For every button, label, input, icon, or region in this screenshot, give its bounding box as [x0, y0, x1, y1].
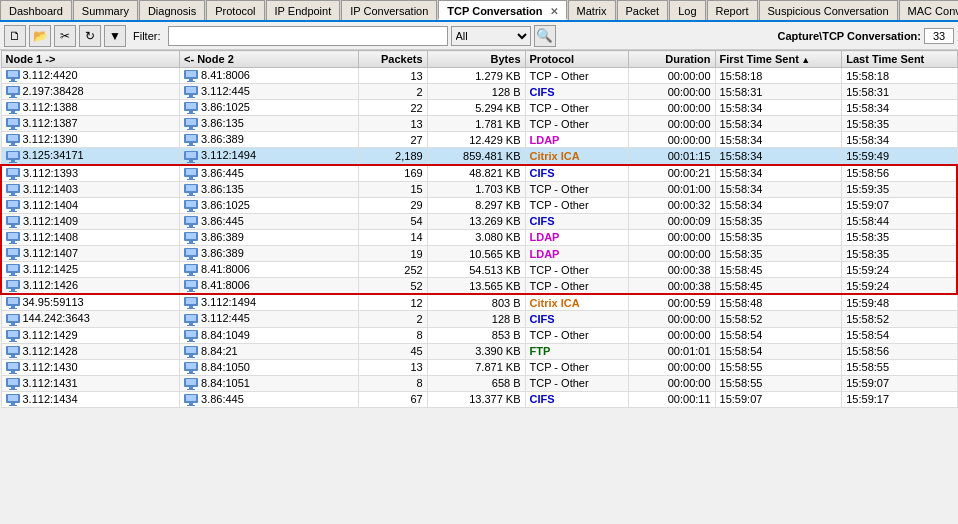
table-row[interactable]: 3.112:1403 3.86:135 15 1.703 KB TCP - Ot…	[1, 181, 957, 197]
packets-cell: 8	[358, 327, 427, 343]
bytes-cell: 3.080 KB	[427, 229, 525, 245]
table-row[interactable]: 3.112:1407 3.86:389 19 10.565 KB LDAP 00…	[1, 246, 957, 262]
tab-matrix[interactable]: Matrix	[568, 0, 616, 20]
tab-packet[interactable]: Packet	[617, 0, 669, 20]
tab-mac-convers[interactable]: MAC Convers	[899, 0, 958, 20]
duration-cell: 00:00:00	[629, 327, 715, 343]
col-header-last-sent[interactable]: Last Time Sent	[842, 51, 957, 68]
svg-rect-114	[11, 306, 15, 308]
packets-cell: 27	[358, 132, 427, 148]
search-button[interactable]: 🔍	[534, 25, 556, 47]
filter-input[interactable]	[168, 26, 448, 46]
node1-cell: 34.95:59113	[1, 294, 180, 311]
bytes-cell: 859.481 KB	[427, 148, 525, 165]
table-row[interactable]: 2.197:38428 3.112:445 2 128 B CIFS 00:00…	[1, 84, 957, 100]
bytes-cell: 128 B	[427, 311, 525, 327]
table-row[interactable]: 3.112:1387 3.86:135 13 1.781 KB TCP - Ot…	[1, 116, 957, 132]
table-row[interactable]: 3.112:1390 3.86:389 27 12.429 KB LDAP 00…	[1, 132, 957, 148]
tab-ip-endpoint[interactable]: IP Endpoint	[266, 0, 341, 20]
svg-rect-27	[9, 129, 17, 130]
bytes-cell: 13.377 KB	[427, 391, 525, 407]
svg-rect-130	[11, 339, 15, 341]
table-row[interactable]: 3.112:1431 8.84:1051 8 658 B TCP - Other…	[1, 375, 957, 391]
table-row[interactable]: 144.242:3643 3.112:445 2 128 B CIFS 00:0…	[1, 311, 957, 327]
table-row[interactable]: 34.95:59113 3.112:1494 12 803 B Citrix I…	[1, 294, 957, 311]
tab-suspicious[interactable]: Suspicious Conversation	[759, 0, 898, 20]
table-row[interactable]: 3.112:1426 8.41:8006 52 13.565 KB TCP - …	[1, 278, 957, 295]
table-row[interactable]: 3.112:1429 8.84:1049 8 853 B TCP - Other…	[1, 327, 957, 343]
svg-rect-135	[187, 341, 195, 342]
svg-rect-123	[9, 325, 17, 326]
cut-button[interactable]: ✂	[54, 25, 76, 47]
table-container: Node 1 -> <- Node 2 Packets Bytes Protoc…	[0, 50, 958, 524]
bytes-cell: 5.294 KB	[427, 100, 525, 116]
svg-rect-29	[186, 119, 196, 125]
table-row[interactable]: 3.112:1393 3.86:445 169 48.821 KB CIFS 0…	[1, 165, 957, 182]
duration-cell: 00:00:38	[629, 278, 715, 295]
close-tab-icon[interactable]: ✕	[550, 6, 558, 17]
col-header-node2[interactable]: <- Node 2	[180, 51, 359, 68]
table-row[interactable]: 3.112:1425 8.41:8006 252 54.513 KB TCP -…	[1, 262, 957, 278]
svg-rect-105	[8, 281, 18, 287]
tab-report[interactable]: Report	[707, 0, 758, 20]
filter-dropdown[interactable]: All TCP UDP	[451, 26, 531, 46]
duration-cell: 00:00:38	[629, 262, 715, 278]
first-sent-cell: 15:58:45	[715, 262, 842, 278]
node1-cell: 3.112:1407	[1, 246, 180, 262]
tab-protocol[interactable]: Protocol	[206, 0, 264, 20]
tab-log[interactable]: Log	[669, 0, 705, 20]
open-button[interactable]: 📂	[29, 25, 51, 47]
node1-cell: 3.112:4420	[1, 68, 180, 84]
packets-cell: 252	[358, 262, 427, 278]
refresh-button[interactable]: ↻	[79, 25, 101, 47]
filter-label: Filter:	[133, 30, 161, 42]
duration-cell: 00:00:09	[629, 213, 715, 229]
table-row[interactable]: 3.112:1388 3.86:1025 22 5.294 KB TCP - O…	[1, 100, 957, 116]
table-row[interactable]: 3.112:1409 3.86:445 54 13.269 KB CIFS 00…	[1, 213, 957, 229]
tab-diagnosis[interactable]: Diagnosis	[139, 0, 205, 20]
table-row[interactable]: 3.112:1408 3.86:389 14 3.080 KB LDAP 00:…	[1, 229, 957, 245]
col-header-bytes[interactable]: Bytes	[427, 51, 525, 68]
col-header-first-sent[interactable]: First Time Sent	[715, 51, 842, 68]
node1-cell: 3.112:1409	[1, 213, 180, 229]
svg-rect-149	[186, 363, 196, 369]
first-sent-cell: 15:58:34	[715, 148, 842, 165]
last-sent-cell: 15:58:56	[842, 343, 957, 359]
dropdown-arrow[interactable]: ▼	[104, 25, 126, 47]
tab-summary[interactable]: Summary	[73, 0, 138, 20]
node2-cell: 8.84:1049	[180, 327, 359, 343]
table-row[interactable]: 3.112:1404 3.86:1025 29 8.297 KB TCP - O…	[1, 197, 957, 213]
new-button[interactable]: 🗋	[4, 25, 26, 47]
first-sent-cell: 15:58:18	[715, 68, 842, 84]
svg-rect-71	[187, 211, 195, 212]
svg-rect-150	[189, 371, 193, 373]
bytes-cell: 853 B	[427, 327, 525, 343]
tab-dashboard[interactable]: Dashboard	[0, 0, 72, 20]
table-row[interactable]: 3.112:1434 3.86:445 67 13.377 KB CIFS 00…	[1, 391, 957, 407]
protocol-cell: LDAP	[525, 246, 629, 262]
tab-ip-conversation[interactable]: IP Conversation	[341, 0, 437, 20]
table-row[interactable]: 3.125:34171 3.112:1494 2,189 859.481 KB …	[1, 148, 957, 165]
table-row[interactable]: 3.112:1430 8.84:1050 13 7.871 KB TCP - O…	[1, 359, 957, 375]
first-sent-cell: 15:58:31	[715, 84, 842, 100]
col-header-duration[interactable]: Duration	[629, 51, 715, 68]
packets-cell: 52	[358, 278, 427, 295]
col-header-protocol[interactable]: Protocol	[525, 51, 629, 68]
svg-rect-26	[11, 127, 15, 129]
packets-cell: 54	[358, 213, 427, 229]
col-header-packets[interactable]: Packets	[358, 51, 427, 68]
protocol-cell: LDAP	[525, 229, 629, 245]
node2-cell: 3.112:445	[180, 311, 359, 327]
tab-tcp-conversation[interactable]: TCP Conversation ✕	[438, 0, 566, 20]
col-header-node1[interactable]: Node 1 ->	[1, 51, 180, 68]
bytes-cell: 13.269 KB	[427, 213, 525, 229]
table-row[interactable]: 3.112:1428 8.84:21 45 3.390 KB FTP 00:01…	[1, 343, 957, 359]
svg-rect-146	[11, 371, 15, 373]
bytes-cell: 48.821 KB	[427, 165, 525, 182]
last-sent-cell: 15:58:34	[842, 100, 957, 116]
table-row[interactable]: 3.112:4420 8.41:8006 13 1.279 KB TCP - O…	[1, 68, 957, 84]
protocol-cell: TCP - Other	[525, 278, 629, 295]
node1-cell: 3.112:1404	[1, 197, 180, 213]
last-sent-cell: 15:58:44	[842, 213, 957, 229]
node2-cell: 3.112:445	[180, 84, 359, 100]
